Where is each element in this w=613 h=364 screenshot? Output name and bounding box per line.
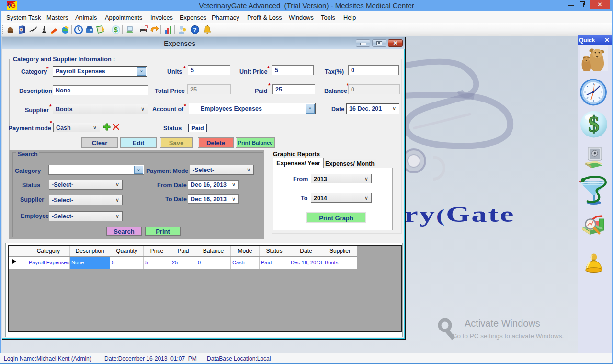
svg-text:?: ?: [193, 27, 196, 34]
svg-text:$: $: [589, 112, 600, 136]
svg-text:$: $: [114, 26, 118, 34]
